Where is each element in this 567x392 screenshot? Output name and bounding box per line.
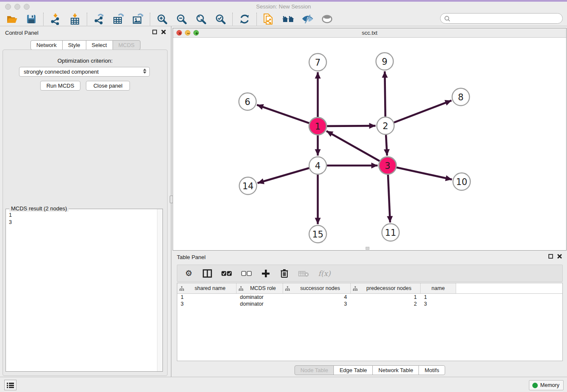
search-icon	[444, 15, 451, 22]
delete-columns-icon[interactable]	[280, 268, 289, 279]
open-folder-icon[interactable]	[6, 13, 18, 25]
close-panel-icon[interactable]	[161, 30, 166, 34]
tab-mcds[interactable]: MCDS	[113, 40, 140, 50]
node-label: 4	[315, 161, 320, 171]
zoom-fit-icon[interactable]	[195, 13, 207, 25]
graph-edge-3-1[interactable]	[326, 131, 380, 161]
column-type-icon	[179, 286, 184, 291]
node-label: 2	[383, 121, 388, 131]
mcds-result-list: 13	[6, 210, 157, 371]
deselect-all-checkboxes-icon[interactable]	[241, 268, 252, 279]
graph-node-10[interactable]: 10	[453, 173, 471, 190]
column-header-successor-nodes[interactable]: successor nodes	[283, 283, 351, 293]
duplicate-network-icon[interactable]	[262, 13, 275, 25]
control-panel-title: Control Panel	[5, 30, 39, 36]
cell-predecessor-nodes: 2	[351, 301, 421, 307]
table-panel: Table Panel ⚙ f(x) shared nameMCDS roles…	[173, 251, 567, 377]
graph-edge-1-6[interactable]	[257, 105, 309, 123]
result-line: 1	[9, 212, 154, 219]
select-all-checkboxes-icon[interactable]	[221, 268, 232, 279]
split-panel-icon[interactable]	[203, 268, 212, 279]
graph-node-9[interactable]: 9	[376, 53, 394, 70]
mcds-tab-content: Optimization criterion: strongly connect…	[3, 50, 168, 376]
table-row[interactable]: 3dominator323	[177, 301, 562, 307]
column-type-icon	[285, 286, 290, 291]
graph-node-4[interactable]: 4	[309, 157, 327, 174]
memory-label: Memory	[540, 382, 559, 388]
graph-edge-3-11[interactable]	[388, 174, 390, 222]
memory-button[interactable]: Memory	[529, 380, 564, 390]
cell-successor-nodes: 3	[283, 301, 351, 307]
add-column-icon[interactable]	[261, 268, 270, 279]
table-options-gear-icon[interactable]: ⚙	[184, 268, 193, 279]
table-tab-edge-table[interactable]: Edge Table	[333, 365, 373, 375]
graph-edge-2-3[interactable]	[386, 135, 387, 155]
import-table-icon[interactable]	[69, 13, 81, 25]
graph-node-15[interactable]: 15	[309, 226, 327, 243]
run-mcds-button[interactable]: Run MCDS	[40, 81, 80, 91]
column-type-icon	[239, 286, 243, 291]
graph-edge-2-9[interactable]	[385, 71, 385, 116]
export-image-icon[interactable]	[132, 13, 144, 25]
graph-edge-1-2[interactable]	[327, 126, 375, 126]
table-tab-node-table[interactable]: Node Table	[295, 365, 334, 375]
network-window-titlebar[interactable]: scc.txt	[173, 28, 566, 38]
column-header-predecessor-nodes[interactable]: predecessor nodes	[351, 283, 421, 293]
control-panel: Control Panel NetworkStyleSelectMCDS Opt…	[0, 26, 171, 377]
zoom-selected-icon[interactable]	[214, 13, 227, 25]
tab-style[interactable]: Style	[62, 40, 86, 50]
graph-node-2[interactable]: 2	[377, 117, 394, 135]
graph-node-1[interactable]: 1	[309, 118, 327, 135]
tab-select[interactable]: Select	[86, 40, 113, 50]
zoom-out-icon[interactable]	[175, 13, 188, 25]
graph-node-14[interactable]: 14	[239, 177, 257, 195]
graph-node-11[interactable]: 11	[382, 224, 399, 241]
save-icon[interactable]	[25, 13, 38, 25]
close-table-panel-icon[interactable]	[557, 254, 562, 259]
canvas-resize-grip[interactable]	[366, 247, 369, 250]
column-header-mcds-role[interactable]: MCDS role	[237, 283, 283, 293]
node-label: 6	[245, 97, 250, 107]
cell-predecessor-nodes: 1	[351, 294, 421, 300]
graph-edge-3-10[interactable]	[396, 168, 452, 179]
graph-node-6[interactable]: 6	[239, 93, 256, 110]
criterion-select[interactable]: strongly connected component	[19, 67, 150, 77]
close-panel-button[interactable]: Close panel	[86, 81, 130, 91]
table-tab-network-table[interactable]: Network Table	[372, 365, 419, 375]
node-label: 7	[315, 58, 320, 68]
network-canvas[interactable]: 7968124314101511	[173, 38, 566, 250]
graph-edge-4-14[interactable]	[258, 168, 309, 183]
tab-network[interactable]: Network	[30, 40, 63, 50]
function-builder-icon[interactable]: f(x)	[318, 268, 330, 279]
control-panel-tabs: NetworkStyleSelectMCDS	[0, 40, 171, 50]
export-network-icon[interactable]	[93, 13, 105, 25]
zoom-in-icon[interactable]	[156, 13, 168, 25]
task-history-button[interactable]	[4, 380, 17, 390]
column-header-name[interactable]: name	[421, 283, 456, 293]
graph-node-8[interactable]: 8	[452, 88, 470, 106]
node-table[interactable]: shared nameMCDS rolesuccessor nodesprede…	[177, 283, 563, 361]
search-input[interactable]	[440, 13, 563, 24]
home-icon[interactable]	[282, 13, 295, 25]
table-tab-motifs[interactable]: Motifs	[418, 365, 445, 375]
column-type-icon	[353, 286, 358, 291]
refresh-icon[interactable]	[238, 13, 251, 25]
column-header-label: shared name	[184, 285, 236, 291]
delete-table-icon[interactable]	[298, 268, 309, 279]
result-scrollbar[interactable]	[157, 209, 162, 371]
export-table-icon[interactable]	[112, 13, 125, 25]
graph-edge-2-8[interactable]	[394, 100, 451, 122]
column-header-shared-name[interactable]: shared name	[177, 283, 237, 293]
birdseye-view-icon[interactable]	[321, 13, 333, 25]
application-window: Session: New Session	[0, 0, 567, 392]
import-network-icon[interactable]	[49, 13, 62, 25]
table-row[interactable]: 1dominator411	[177, 294, 562, 301]
graph-node-3[interactable]: 3	[379, 157, 396, 174]
table-panel-tabs: Node TableEdge TableNetwork TableMotifs	[173, 365, 567, 375]
table-panel-title: Table Panel	[177, 254, 206, 260]
float-panel-icon[interactable]	[152, 30, 157, 34]
optimization-criterion-label: Optimization criterion:	[3, 58, 167, 64]
toggle-graphics-details-icon[interactable]	[301, 13, 314, 25]
float-table-panel-icon[interactable]	[548, 254, 553, 259]
graph-node-7[interactable]: 7	[309, 54, 327, 71]
